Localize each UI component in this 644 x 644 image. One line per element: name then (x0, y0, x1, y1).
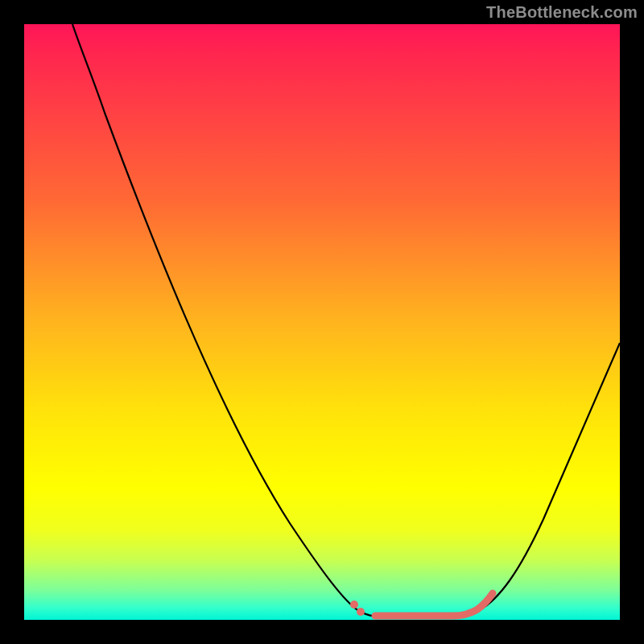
plot-frame (24, 24, 620, 620)
chart-container: TheBottleneck.com (0, 0, 644, 644)
bottleneck-curve (72, 24, 620, 617)
curve-layer (24, 24, 620, 620)
watermark-text: TheBottleneck.com (486, 3, 638, 22)
optimal-range-highlight (375, 593, 493, 616)
marker-dot (357, 608, 365, 616)
marker-dot (350, 601, 358, 609)
plot-area (24, 24, 620, 620)
